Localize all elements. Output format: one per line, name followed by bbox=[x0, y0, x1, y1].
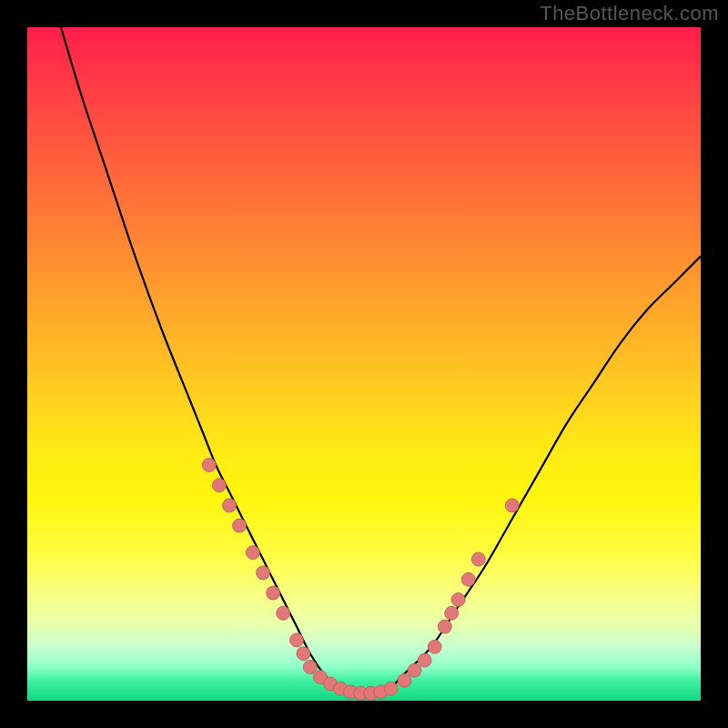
curve-marker bbox=[384, 682, 398, 695]
plot-area bbox=[27, 27, 701, 701]
curve-marker bbox=[408, 663, 421, 677]
chart-frame: TheBottleneck.com bbox=[0, 0, 728, 728]
curve-marker bbox=[438, 620, 451, 633]
curve-marker bbox=[428, 640, 441, 653]
curve-marker bbox=[267, 586, 280, 600]
curve-marker bbox=[246, 546, 259, 560]
curve-marker bbox=[451, 593, 465, 607]
curve-marker bbox=[445, 606, 459, 620]
curve-marker bbox=[202, 459, 216, 472]
marker-group bbox=[202, 459, 519, 701]
curve-marker bbox=[297, 647, 310, 661]
curve-layer bbox=[27, 27, 701, 701]
watermark-text: TheBottleneck.com bbox=[540, 2, 719, 25]
curve-marker bbox=[277, 606, 290, 620]
curve-marker bbox=[257, 566, 270, 580]
curve-marker bbox=[212, 479, 226, 492]
curve-marker bbox=[233, 519, 247, 532]
curve-marker bbox=[471, 552, 485, 566]
curve-marker bbox=[398, 673, 411, 687]
curve-marker bbox=[461, 572, 475, 586]
curve-marker bbox=[505, 499, 519, 512]
curve-marker bbox=[418, 653, 431, 667]
bottleneck-curve-path bbox=[61, 27, 701, 694]
curve-marker bbox=[303, 661, 317, 674]
curve-marker bbox=[290, 633, 304, 647]
curve-marker bbox=[223, 499, 237, 512]
